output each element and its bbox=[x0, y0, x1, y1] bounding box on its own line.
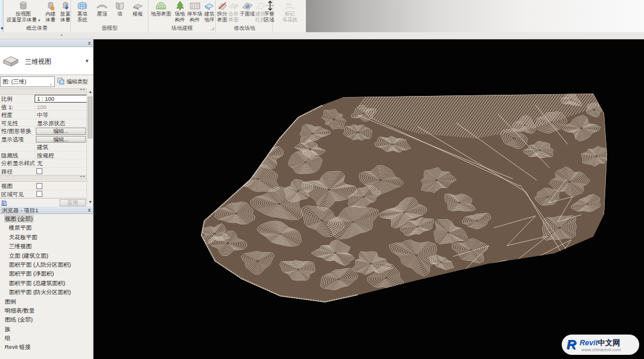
watermark-brand-en: Revit bbox=[580, 339, 598, 347]
ribbon-lower-strip bbox=[0, 32, 644, 39]
type-selector-row: 图: (三维) ⌄ 编辑类型 bbox=[0, 75, 93, 88]
button-label: 幕墙 bbox=[73, 11, 92, 17]
merge-surfaces-button[interactable]: 合并 表面 bbox=[228, 0, 239, 25]
graded-region-button[interactable]: 平整 区域 bbox=[264, 0, 273, 25]
edit-type-button[interactable]: 编辑类型 bbox=[57, 76, 93, 87]
button-label: 场地 bbox=[173, 11, 187, 17]
3d-viewport[interactable]: R Revit中文网 www.chinarevit.com bbox=[94, 39, 644, 359]
button-label: 楼板 bbox=[128, 11, 147, 17]
scroll-up-icon[interactable]: ▲ bbox=[87, 88, 94, 95]
tree-item-families[interactable]: 族 bbox=[0, 324, 93, 333]
building-pad-button[interactable]: 建筑 地坪 bbox=[203, 0, 216, 25]
tree-item-area-plan-civil[interactable]: 面积平面 (人防分区面积) bbox=[0, 260, 93, 269]
subregion-button[interactable]: 子面域 bbox=[239, 0, 255, 25]
watermark: R Revit中文网 www.chinarevit.com bbox=[562, 335, 639, 355]
button-label: 拆分 bbox=[216, 11, 228, 17]
button-label: 地坪 bbox=[203, 17, 216, 23]
tree-item-views[interactable]: 视图 (全部) bbox=[0, 214, 93, 223]
view-combo-value: 图: (三维) bbox=[2, 78, 26, 85]
button-label: 合并 bbox=[228, 11, 239, 17]
edit-type-label: 编辑类型 bbox=[67, 79, 88, 85]
button-label: 按视图 bbox=[4, 11, 42, 17]
tree-item-groups[interactable]: 组 bbox=[0, 333, 93, 342]
ribbon-panel-label-contours: 50 标记 等高线 bbox=[274, 0, 306, 32]
edit-button[interactable]: 编辑... bbox=[36, 136, 86, 143]
cut-dropdown-caret-icon: ▼ bbox=[0, 26, 4, 30]
properties-grid: 比例 1 : 100 值 1: 100 程度 中等 可见性 显示原状态 性/图形… bbox=[0, 95, 93, 198]
button-label: 子面域 bbox=[239, 11, 255, 17]
ribbon-panel-modify-site: 拆分 表面 合并 表面 子面域 建筑 红线 bbox=[216, 0, 273, 32]
type-selector-header[interactable]: 三维视图 ▼ bbox=[0, 47, 93, 75]
tree-item-floor-plans[interactable]: 楼层平面 bbox=[0, 223, 93, 232]
panel-collapse-chevron-icon[interactable]: ⌄ bbox=[60, 32, 64, 37]
tree-icon bbox=[174, 1, 186, 11]
checkbox[interactable] bbox=[36, 168, 42, 174]
checkbox[interactable] bbox=[36, 191, 42, 197]
tree-item-area-plan-fire[interactable]: 面积平面 (防火分区面积) bbox=[0, 287, 93, 296]
tree-item-area-plan-net[interactable]: 面积平面 (净面积) bbox=[0, 269, 93, 278]
property-row-hidden-lines: 隐藏线 按规程 bbox=[0, 151, 93, 160]
scrollbar-thumb[interactable] bbox=[88, 97, 92, 138]
label-contours-button[interactable]: 50 标记 等高线 bbox=[278, 0, 302, 25]
close-icon[interactable]: x bbox=[88, 206, 91, 214]
inplace-mass-button[interactable]: 内建 体量 bbox=[43, 0, 58, 25]
site-component-button[interactable]: 场地 构件 bbox=[173, 0, 187, 25]
tree-item-area-plan-gross[interactable]: 面积平面 (总建筑面积) bbox=[0, 278, 93, 287]
button-label: 表面 bbox=[216, 17, 228, 23]
curtain-system-button[interactable]: 幕墙 系统 bbox=[73, 0, 92, 25]
scale-value-input[interactable]: 1 : 100 bbox=[35, 95, 87, 103]
property-row-scale: 比例 1 : 100 bbox=[0, 95, 93, 103]
tree-item-legends[interactable]: 图例 bbox=[0, 297, 93, 306]
svg-text:50: 50 bbox=[286, 2, 292, 7]
tree-item-schedules[interactable]: 明细表/数量 bbox=[0, 306, 93, 315]
wall-icon bbox=[114, 1, 126, 11]
dialog-launcher-icon[interactable]: ◿ bbox=[211, 26, 214, 31]
chevron-down-icon: ⌄ bbox=[49, 79, 52, 89]
chevron-down-icon[interactable]: ▼ bbox=[85, 58, 89, 64]
roof-by-face-button[interactable]: 屋顶 bbox=[93, 0, 111, 25]
button-label: 构件 bbox=[187, 17, 203, 23]
button-label: 墙 bbox=[112, 11, 128, 17]
ribbon-panel-model-by-face: 幕墙 系统 屋顶 墙 楼板 面模型 bbox=[72, 0, 148, 32]
floor-by-face-button[interactable]: 楼板 bbox=[128, 0, 147, 25]
revit-cn-logo-icon: R bbox=[566, 337, 576, 352]
properties-group-header: ⌃⌃ bbox=[0, 175, 93, 182]
button-label: 内建 bbox=[43, 11, 58, 17]
button-label: 设置显示体量 bbox=[7, 17, 37, 23]
wall-by-face-button[interactable]: 墙 bbox=[112, 0, 128, 25]
label-contours-icon: 50 bbox=[284, 1, 296, 11]
tree-item-revit-links[interactable]: Revit 链接 bbox=[0, 342, 93, 351]
property-row-display-options: 显示选项 编辑... bbox=[0, 135, 93, 144]
button-label: 建筑 bbox=[255, 11, 264, 17]
button-label: 构件 bbox=[173, 17, 187, 23]
panel-label-model-by-face: 面模型 bbox=[72, 25, 148, 32]
button-label: 体量 bbox=[43, 17, 58, 23]
collapse-chevrons-icon[interactable]: ⌃⌃ bbox=[79, 88, 85, 94]
parking-component-button[interactable]: 停车场 构件 bbox=[187, 0, 203, 25]
tree-item-sheets[interactable]: 图纸 (全部) bbox=[0, 315, 93, 324]
collapse-chevrons-icon[interactable]: ⌃⌃ bbox=[79, 175, 85, 181]
chevron-down-icon: ▾ bbox=[38, 18, 40, 22]
button-label: 系统 bbox=[73, 17, 92, 23]
toposurface-button[interactable]: 地形表面 bbox=[150, 0, 172, 25]
tree-item-ceiling-plans[interactable]: 天花板平面 bbox=[0, 233, 93, 242]
checkbox[interactable] bbox=[36, 183, 42, 189]
toposurface-3d-model bbox=[94, 39, 644, 359]
close-icon[interactable]: x bbox=[88, 39, 91, 47]
tree-item-3d-views[interactable]: 三维视图 bbox=[0, 242, 93, 250]
property-line-button[interactable]: 建筑 红线 bbox=[255, 0, 264, 25]
edit-button[interactable]: 编辑... bbox=[36, 128, 86, 135]
view-type-label: 三维视图 bbox=[25, 57, 51, 66]
properties-scrollbar[interactable]: ▲ ▼ bbox=[86, 88, 93, 205]
place-mass-button[interactable]: 放置 体量 bbox=[58, 0, 73, 25]
apply-button[interactable]: 应用 bbox=[60, 199, 86, 206]
properties-group-header: ⌃⌃ bbox=[0, 88, 93, 95]
tree-item-elevations[interactable]: 立面 (建筑立面) bbox=[0, 251, 93, 260]
scroll-down-icon[interactable]: ▼ bbox=[87, 199, 94, 205]
browser-title: 浏览器 - 项目1 bbox=[2, 207, 38, 213]
view-select-combo[interactable]: 图: (三维) ⌄ bbox=[0, 76, 55, 87]
split-surface-button[interactable]: 拆分 表面 bbox=[216, 0, 228, 25]
edit-type-icon bbox=[57, 78, 65, 85]
subregion-icon bbox=[242, 1, 253, 11]
show-mass-by-view-button[interactable]: 按视图 设置显示体量 ▾ bbox=[4, 0, 42, 25]
